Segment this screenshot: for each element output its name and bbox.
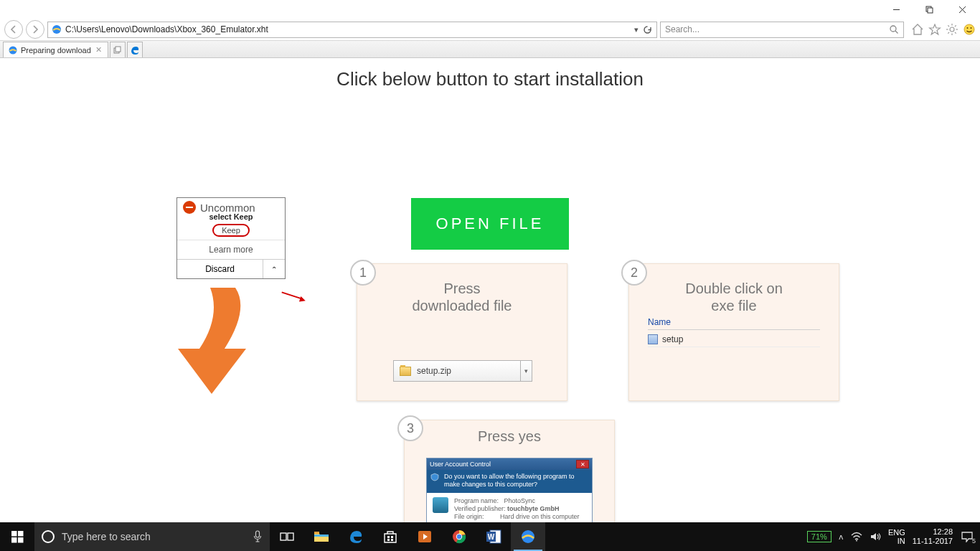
- dropdown-icon[interactable]: ▾: [634, 25, 639, 34]
- svg-rect-34: [387, 539, 390, 541]
- close-button[interactable]: [946, 0, 979, 19]
- learn-more-link: Learn more: [177, 240, 285, 259]
- exe-icon: [648, 334, 658, 344]
- file-list-header: Name: [648, 314, 820, 330]
- address-actions: ▾: [630, 25, 656, 34]
- ie-favicon-icon: [8, 45, 18, 55]
- word-button[interactable]: W: [476, 522, 511, 551]
- step1-title: Press downloaded file: [357, 280, 567, 314]
- svg-rect-2: [928, 8, 933, 13]
- battery-indicator[interactable]: 71%: [807, 531, 831, 542]
- search-input[interactable]: Search...: [660, 22, 904, 38]
- edge-button[interactable]: [339, 522, 373, 551]
- svg-point-19: [971, 27, 972, 29]
- uac-title-text: User Account Control: [430, 461, 491, 468]
- svg-rect-29: [288, 533, 293, 540]
- svg-rect-27: [256, 531, 260, 537]
- system-tray: 71% ʌ ENG IN 12:28 11-11-2017 5: [807, 522, 980, 551]
- step3-badge: 3: [397, 415, 423, 441]
- favorites-icon[interactable]: [928, 23, 941, 36]
- start-button[interactable]: [0, 522, 34, 551]
- search-placeholder: Search...: [665, 24, 699, 34]
- search-icon: [889, 24, 899, 34]
- task-view-icon: [280, 531, 294, 542]
- svg-rect-31: [314, 534, 329, 537]
- media-icon: [417, 529, 433, 544]
- cortana-search[interactable]: Type here to search: [34, 522, 270, 551]
- tab-preparing-download[interactable]: Preparing download ✕: [3, 42, 108, 57]
- shield-icon: [430, 473, 439, 481]
- new-tab-button[interactable]: [110, 42, 126, 57]
- red-pointer-tip-icon: [299, 296, 306, 303]
- step2-title: Double click on exe file: [629, 280, 839, 314]
- mic-icon[interactable]: [253, 530, 263, 543]
- orange-arrow-icon: [171, 288, 264, 395]
- tab-close-icon[interactable]: ✕: [94, 45, 103, 55]
- svg-rect-30: [314, 532, 319, 534]
- chrome-button[interactable]: [442, 522, 476, 551]
- volume-icon[interactable]: [870, 532, 881, 542]
- back-button[interactable]: [4, 20, 23, 39]
- notification-count: 5: [972, 537, 976, 545]
- movies-button[interactable]: [407, 522, 442, 551]
- svg-rect-28: [281, 533, 286, 540]
- language-indicator[interactable]: ENG IN: [888, 528, 905, 545]
- taskbar-apps: W: [270, 522, 545, 551]
- warning-icon: [183, 201, 196, 214]
- task-view-button[interactable]: [270, 522, 304, 551]
- svg-point-44: [856, 540, 857, 542]
- action-center-button[interactable]: 5: [960, 530, 974, 543]
- refresh-icon[interactable]: [643, 25, 652, 34]
- app-icon: [433, 497, 448, 513]
- svg-point-8: [950, 27, 954, 32]
- tray-chevron-icon[interactable]: ʌ: [839, 532, 844, 542]
- uac-question: Do you want to allow the following progr…: [427, 470, 592, 493]
- chevron-down-icon: ▾: [520, 361, 532, 381]
- navigation-bar: C:\Users\Lenovo\Downloads\Xbox_360_Emula…: [0, 19, 980, 41]
- forward-button[interactable]: [26, 20, 44, 39]
- smiley-icon[interactable]: [963, 23, 976, 36]
- address-bar[interactable]: C:\Users\Lenovo\Downloads\Xbox_360_Emula…: [47, 22, 657, 38]
- store-button[interactable]: [373, 522, 407, 551]
- file-list-item: setup: [648, 330, 820, 347]
- open-edge-button[interactable]: [127, 42, 143, 57]
- cortana-placeholder: Type here to search: [62, 531, 245, 542]
- svg-point-18: [967, 27, 969, 29]
- svg-rect-33: [391, 536, 393, 538]
- uncommon-subtitle: select Keep: [177, 212, 285, 221]
- step2-card: Double click on exe file Name setup: [628, 263, 839, 401]
- svg-line-16: [948, 32, 949, 34]
- clock[interactable]: 12:28 11-11-2017: [913, 527, 953, 546]
- chrome-icon: [451, 529, 467, 545]
- new-tab-icon: [113, 46, 122, 55]
- file-explorer-button[interactable]: [304, 522, 339, 551]
- svg-point-17: [964, 24, 974, 34]
- tab-strip: Preparing download ✕: [0, 41, 980, 58]
- ie-button[interactable]: [511, 522, 545, 551]
- svg-line-14: [955, 32, 956, 34]
- step1-card: Press downloaded file setup.zip ▾: [357, 263, 567, 401]
- home-icon[interactable]: [911, 23, 924, 36]
- discard-caret-icon: ⌃: [263, 260, 285, 278]
- word-icon: W: [486, 529, 501, 544]
- svg-rect-35: [391, 539, 393, 541]
- settings-icon[interactable]: [946, 23, 958, 36]
- edge-icon: [348, 529, 364, 545]
- url-text: C:\Users\Lenovo\Downloads\Xbox_360_Emula…: [62, 24, 630, 34]
- file-name: setup: [662, 334, 683, 344]
- ie-icon: [519, 528, 537, 545]
- maximize-button[interactable]: [913, 0, 946, 19]
- download-file-widget: setup.zip ▾: [393, 360, 532, 382]
- wifi-icon[interactable]: [851, 532, 862, 542]
- taskbar: Type here to search W 71% ʌ ENG IN 12:28…: [0, 522, 980, 551]
- store-icon: [382, 529, 398, 544]
- keep-button: Keep: [212, 224, 250, 237]
- uncommon-callout: Uncommon select Keep Keep Learn more Dis…: [176, 197, 286, 279]
- svg-rect-22: [116, 47, 121, 52]
- minimize-button[interactable]: [880, 0, 913, 19]
- uncommon-title: Uncommon: [200, 202, 255, 214]
- step1-badge: 1: [350, 260, 376, 286]
- open-file-button[interactable]: OPEN FILE: [411, 198, 569, 250]
- svg-rect-32: [387, 536, 390, 538]
- discard-button: Discard: [177, 260, 263, 278]
